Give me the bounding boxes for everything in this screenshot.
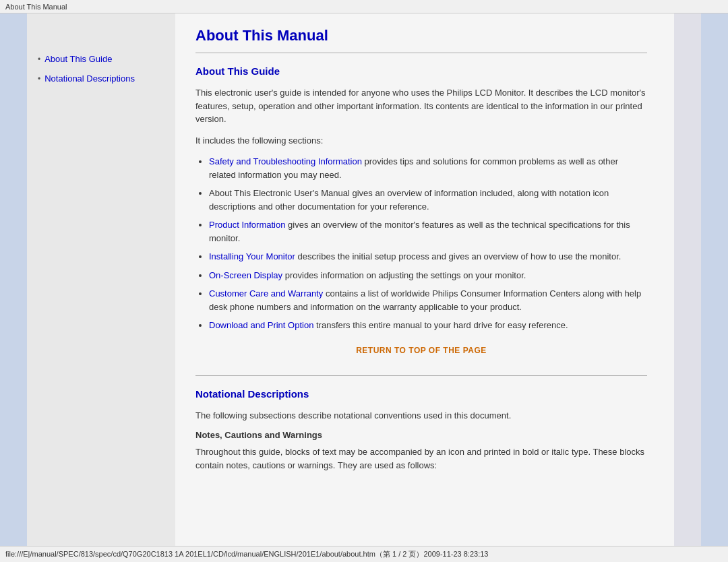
list-item-installing: Installing Your Monitor describes the in… xyxy=(209,250,647,263)
notes-cautions-para: Throughout this guide, blocks of text ma… xyxy=(195,445,647,472)
about-guide-para-1: This electronic user's guide is intended… xyxy=(195,86,647,126)
about-guide-para-2: It includes the following sections: xyxy=(195,134,647,148)
list-item-product: Product Information gives an overview of… xyxy=(209,218,647,245)
sidebar-link-notational[interactable]: Notational Descriptions xyxy=(44,73,135,84)
link-installing[interactable]: Installing Your Monitor xyxy=(209,251,295,261)
content-area: About This Manual About This Guide This … xyxy=(175,13,674,546)
top-divider xyxy=(195,53,647,53)
sidebar: • About This Guide • Notational Descript… xyxy=(27,13,175,546)
return-to-top-link[interactable]: RETURN TO TOP OF THE PAGE xyxy=(195,346,647,355)
list-item-about-manual: About This Electronic User's Manual give… xyxy=(209,187,647,213)
page-title: About This Manual xyxy=(195,27,647,44)
title-bar-text: About This Manual xyxy=(5,3,67,11)
notes-cautions-title: Notes, Cautions and Warnings xyxy=(195,430,647,440)
list-item-osd: On-Screen Display provides information o… xyxy=(209,269,647,282)
middle-divider xyxy=(195,375,647,376)
status-bar: file:///E|/manual/SPEC/813/spec/cd/Q70G2… xyxy=(0,546,728,562)
link-osd[interactable]: On-Screen Display xyxy=(209,270,282,280)
list-item-safety: Safety and Troubleshooting Information p… xyxy=(209,155,647,181)
title-bar: About This Manual xyxy=(0,0,728,13)
sidebar-bullet-2: • xyxy=(38,74,40,84)
notational-para: The following subsections describe notat… xyxy=(195,409,647,423)
left-gutter xyxy=(0,13,27,546)
bullet-list: Safety and Troubleshooting Information p… xyxy=(209,155,647,332)
list-item-download: Download and Print Option transfers this… xyxy=(209,319,647,332)
status-bar-text: file:///E|/manual/SPEC/813/spec/cd/Q70G2… xyxy=(5,549,488,559)
link-product[interactable]: Product Information xyxy=(209,220,285,230)
sidebar-link-about-guide[interactable]: About This Guide xyxy=(44,54,112,64)
sidebar-bullet-1: • xyxy=(38,55,40,64)
right-gutter-2 xyxy=(701,13,728,546)
link-download[interactable]: Download and Print Option xyxy=(209,320,313,330)
sidebar-item[interactable]: • About This Guide xyxy=(38,54,164,64)
right-gutter-1 xyxy=(674,13,701,546)
sidebar-item-2[interactable]: • Notational Descriptions xyxy=(38,73,164,84)
list-item-warranty: Customer Care and Warranty contains a li… xyxy=(209,287,647,313)
link-safety[interactable]: Safety and Troubleshooting Information xyxy=(209,156,362,166)
section-title-about-guide: About This Guide xyxy=(195,65,647,77)
section-title-notational: Notational Descriptions xyxy=(195,388,647,400)
link-warranty[interactable]: Customer Care and Warranty xyxy=(209,288,323,299)
